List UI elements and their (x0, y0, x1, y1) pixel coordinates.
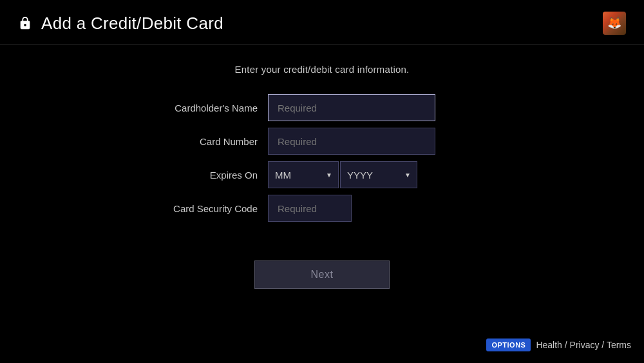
security-code-label: Card Security Code (129, 203, 258, 214)
expires-selects: MM 01 02 03 04 05 06 07 08 09 10 11 12 (268, 161, 417, 188)
cardholder-input[interactable] (268, 94, 435, 121)
lock-icon (18, 16, 32, 30)
footer: OPTIONS Health / Privacy / Terms (486, 338, 631, 351)
month-select-wrapper: MM 01 02 03 04 05 06 07 08 09 10 11 12 (268, 161, 339, 188)
form-subtitle: Enter your credit/debit card information… (235, 64, 410, 75)
expires-year-select[interactable]: YYYY 2024 2025 2026 2027 2028 2029 2030 … (340, 161, 417, 188)
security-code-input[interactable] (268, 195, 352, 222)
form-container: Cardholder's Name Card Number Expires On… (129, 94, 515, 222)
year-select-wrapper: YYYY 2024 2025 2026 2027 2028 2029 2030 … (339, 161, 417, 188)
cardholder-row: Cardholder's Name (129, 94, 515, 121)
next-button[interactable]: Next (254, 260, 390, 289)
expires-row: Expires On MM 01 02 03 04 05 06 07 08 09 (129, 161, 515, 188)
button-container: Next (254, 260, 390, 289)
page-title: Add a Credit/Debit Card (41, 14, 223, 34)
security-code-row: Card Security Code (129, 195, 515, 222)
main-content: Enter your credit/debit card information… (0, 44, 644, 289)
header: Add a Credit/Debit Card 🦊 (0, 0, 644, 44)
avatar: 🦊 (603, 12, 626, 35)
card-number-row: Card Number (129, 128, 515, 155)
card-number-label: Card Number (129, 136, 258, 147)
options-badge[interactable]: OPTIONS (486, 338, 531, 351)
card-number-input[interactable] (268, 128, 435, 155)
expires-label: Expires On (129, 170, 258, 181)
expires-month-select[interactable]: MM 01 02 03 04 05 06 07 08 09 10 11 12 (268, 161, 339, 188)
cardholder-label: Cardholder's Name (129, 103, 258, 113)
footer-links[interactable]: Health / Privacy / Terms (536, 340, 631, 350)
header-left: Add a Credit/Debit Card (18, 14, 223, 34)
